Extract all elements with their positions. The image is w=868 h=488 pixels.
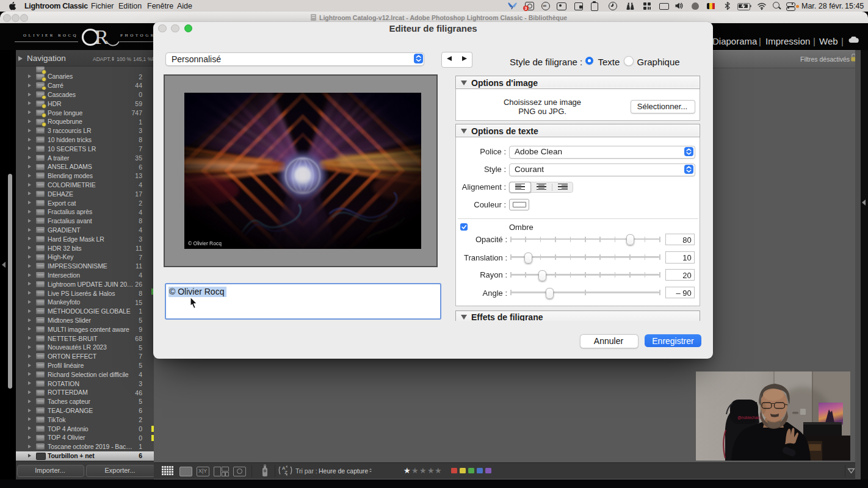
svg-text:© Olivier Rocq: © Olivier Rocq [188, 240, 222, 246]
svg-text:R: R [95, 26, 109, 48]
